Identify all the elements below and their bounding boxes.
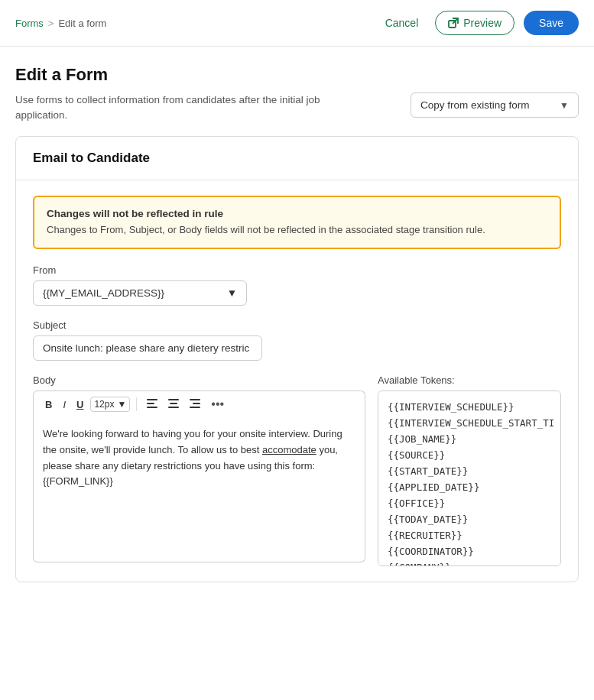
token-item: {{APPLIED_DATE}} xyxy=(388,479,551,495)
align-left-icon xyxy=(147,399,157,408)
breadcrumb-current: Edit a form xyxy=(58,18,106,29)
token-item: {{COORDINATOR}} xyxy=(388,543,551,559)
preview-label: Preview xyxy=(463,17,501,29)
italic-button[interactable]: I xyxy=(59,397,70,413)
token-item: {{START_DATE}} xyxy=(388,463,551,479)
token-item: {{COMPANY}} xyxy=(388,559,551,566)
token-item: {{JOB_NAME}} xyxy=(388,431,551,447)
external-link-icon xyxy=(448,18,459,28)
form-card-body: Changes will not be reflected in rule Ch… xyxy=(16,180,578,582)
svg-rect-2 xyxy=(147,403,154,404)
align-center-icon xyxy=(168,399,179,408)
from-label: From xyxy=(33,264,561,276)
underline-word: accomodate xyxy=(262,444,316,455)
nav-actions: Cancel Preview Save xyxy=(378,11,579,35)
body-label: Body xyxy=(33,374,365,386)
svg-rect-7 xyxy=(190,399,200,400)
body-editor[interactable]: We're looking forward to having you for … xyxy=(33,417,365,562)
tokens-list[interactable]: {{INTERVIEW_SCHEDULE}} {{INTERVIEW_SCHED… xyxy=(378,391,561,566)
breadcrumb-forms-link[interactable]: Forms xyxy=(15,18,44,29)
save-button[interactable]: Save xyxy=(524,11,579,35)
token-item: {{SOURCE}} xyxy=(388,447,551,463)
from-field-group: From {{MY_EMAIL_ADDRESS}} ▼ xyxy=(33,264,561,306)
copy-dropdown-label: Copy from existing form xyxy=(420,99,530,111)
align-right-icon xyxy=(190,399,200,408)
page-header: Edit a Form Use forms to collect informa… xyxy=(0,47,594,136)
more-options-button[interactable]: ••• xyxy=(207,396,228,413)
svg-rect-9 xyxy=(190,407,200,408)
preview-button[interactable]: Preview xyxy=(435,11,514,35)
align-center-button[interactable] xyxy=(164,397,183,413)
tokens-label: Available Tokens: xyxy=(378,374,561,386)
tokens-col: Available Tokens: {{INTERVIEW_SCHEDULE}}… xyxy=(378,374,561,566)
align-left-button[interactable] xyxy=(143,397,161,413)
svg-rect-6 xyxy=(168,407,179,408)
font-size-chevron-icon: ▼ xyxy=(117,399,126,410)
font-size-value: 12px xyxy=(94,399,114,410)
subject-label: Subject xyxy=(33,319,561,331)
warning-title: Changes will not be reflected in rule xyxy=(47,208,547,219)
token-item: {{RECRUITER}} xyxy=(388,527,551,543)
token-item: {{OFFICE}} xyxy=(388,495,551,511)
editor-toolbar: B I U 12px ▼ xyxy=(33,391,365,417)
chevron-down-icon: ▼ xyxy=(560,100,569,111)
warning-banner: Changes will not be reflected in rule Ch… xyxy=(33,196,561,250)
token-item: {{TODAY_DATE}} xyxy=(388,511,551,527)
from-value: {{MY_EMAIL_ADDRESS}} xyxy=(43,287,164,299)
cancel-button[interactable]: Cancel xyxy=(378,12,427,34)
token-item: {{INTERVIEW_SCHEDULE_START_TI xyxy=(388,415,551,431)
subject-input[interactable] xyxy=(33,335,262,361)
body-editor-col: Body B I U 12px ▼ xyxy=(33,374,365,562)
svg-rect-5 xyxy=(170,403,177,404)
page-subtitle: Use forms to collect information from ca… xyxy=(15,92,359,124)
breadcrumb-separator: > xyxy=(48,18,54,29)
svg-rect-4 xyxy=(168,399,179,400)
page-subtitle-row: Use forms to collect information from ca… xyxy=(15,92,579,124)
form-card: Email to Candidate Changes will not be r… xyxy=(15,136,579,583)
subject-field-group: Subject xyxy=(33,319,561,361)
svg-rect-8 xyxy=(193,403,200,404)
svg-rect-1 xyxy=(147,399,157,400)
svg-rect-3 xyxy=(147,407,157,408)
token-item: {{INTERVIEW_SCHEDULE}} xyxy=(388,399,551,415)
top-nav: Forms > Edit a form Cancel Preview Save xyxy=(0,0,594,47)
copy-from-dropdown[interactable]: Copy from existing form ▼ xyxy=(411,92,579,118)
breadcrumb: Forms > Edit a form xyxy=(15,18,106,29)
more-icon: ••• xyxy=(211,397,224,410)
toolbar-divider xyxy=(136,397,137,411)
page-title: Edit a Form xyxy=(15,65,579,85)
body-row: Body B I U 12px ▼ xyxy=(33,374,561,566)
font-size-select[interactable]: 12px ▼ xyxy=(90,397,130,412)
form-card-title: Email to Candidate xyxy=(33,151,561,166)
from-select[interactable]: {{MY_EMAIL_ADDRESS}} ▼ xyxy=(33,280,247,306)
underline-button[interactable]: U xyxy=(73,397,87,413)
from-chevron-icon: ▼ xyxy=(227,287,237,299)
align-right-button[interactable] xyxy=(186,397,204,413)
warning-text: Changes to From, Subject, or Body fields… xyxy=(47,222,547,238)
form-card-header: Email to Candidate xyxy=(16,137,578,180)
bold-button[interactable]: B xyxy=(41,397,56,413)
